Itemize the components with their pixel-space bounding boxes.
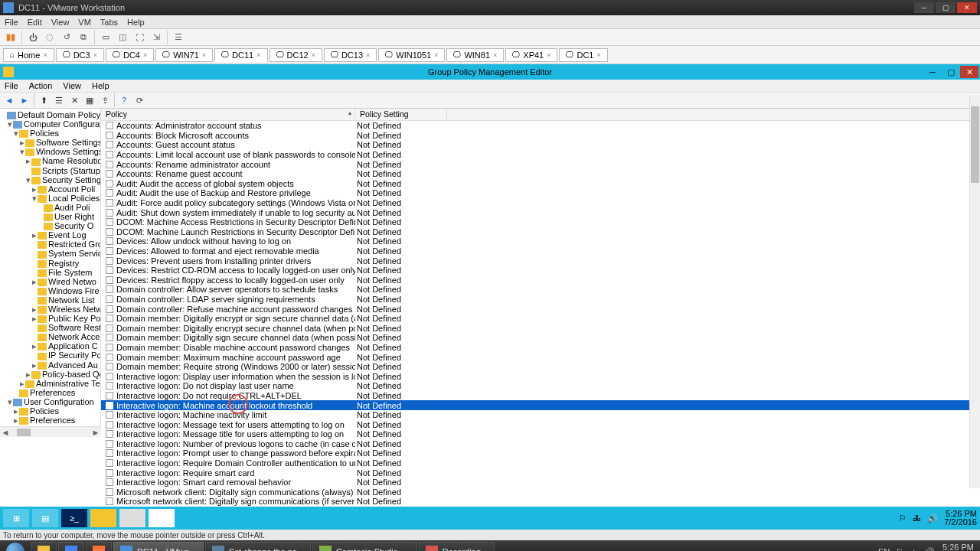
gpmc-icon[interactable] xyxy=(119,509,145,527)
gp-menu-help[interactable]: Help xyxy=(92,81,109,90)
vm-tab-dc11[interactable]: 🖵DC11× xyxy=(214,48,267,62)
tree-node[interactable]: ▾Policies xyxy=(0,129,100,138)
tree-node[interactable]: ▸Preferences xyxy=(0,416,100,425)
back-icon[interactable]: ◄ xyxy=(3,94,15,106)
expand-icon[interactable]: ▸ xyxy=(31,341,38,350)
library-icon[interactable]: ☰ xyxy=(172,31,185,44)
snapshot-mgr-icon[interactable]: ⧉ xyxy=(77,31,90,44)
up-icon[interactable]: ⬆ xyxy=(38,94,50,106)
policy-row[interactable]: Domain member: Digitally sign secure cha… xyxy=(101,333,980,343)
gp-menu-file[interactable]: File xyxy=(5,81,18,90)
policy-row[interactable]: Devices: Restrict CD-ROM access to local… xyxy=(101,266,980,276)
tree-node[interactable]: ▸Policy-based QoS xyxy=(0,370,100,379)
policy-row[interactable]: Devices: Allow undock without having to … xyxy=(101,236,980,246)
tray-flag-icon[interactable]: ⚐ xyxy=(899,514,906,523)
tab-close-icon[interactable]: × xyxy=(434,51,438,59)
vm-tab-dc12[interactable]: 🖵DC12× xyxy=(270,48,322,62)
policy-row[interactable]: DCOM: Machine Access Restrictions in Sec… xyxy=(101,217,980,227)
revert-icon[interactable]: ↺ xyxy=(60,31,73,44)
tree-node[interactable]: Preferences xyxy=(0,388,100,397)
vm-tab-xp41[interactable]: 🖵XP41× xyxy=(505,48,557,62)
policy-rows[interactable]: Accounts: Administrator account statusNo… xyxy=(101,121,980,507)
col-policy[interactable]: Policy xyxy=(101,109,355,120)
policy-row[interactable]: Interactive logon: Require Domain Contro… xyxy=(101,458,980,468)
tree-node[interactable]: ▾Windows Settings xyxy=(0,147,100,156)
tree-node[interactable]: Default Domain Policy [DC11.F xyxy=(0,110,100,119)
tab-close-icon[interactable]: × xyxy=(256,51,260,59)
expand-icon[interactable]: ▸ xyxy=(24,156,31,165)
policy-row[interactable]: Interactive logon: Message text for user… xyxy=(101,419,980,429)
start-button[interactable]: ⊞ xyxy=(3,509,29,527)
tree-node[interactable]: ▸Wired Netwo xyxy=(0,277,100,286)
taskbar-item[interactable]: Camtasia Studio -... xyxy=(312,542,417,551)
tab-close-icon[interactable]: × xyxy=(312,51,315,59)
expand-icon[interactable]: ▸ xyxy=(31,277,38,286)
expand-icon[interactable]: ▸ xyxy=(31,360,38,370)
policy-row[interactable]: Domain member: Maximum machine account p… xyxy=(101,352,980,362)
vm-tab-home[interactable]: ⌂Home× xyxy=(3,48,54,62)
vm-tab-win71[interactable]: 🖵WIN71× xyxy=(155,48,213,62)
policy-row[interactable]: Accounts: Administrator account statusNo… xyxy=(101,121,980,131)
policy-row[interactable]: Devices: Restrict floppy access to local… xyxy=(101,276,980,285)
taskbar-item[interactable]: Set change the pa... xyxy=(205,542,311,551)
expand-icon[interactable]: ▸ xyxy=(12,416,19,425)
policy-row[interactable]: Interactive logon: Smart card removal be… xyxy=(101,478,980,487)
policy-row[interactable]: Interactive logon: Machine inactivity li… xyxy=(101,410,980,420)
pause-icon[interactable]: ▮▮ xyxy=(5,31,17,44)
tree-node[interactable]: Network Acce xyxy=(0,332,100,341)
expand-icon[interactable]: ▸ xyxy=(31,230,38,240)
expand-icon[interactable]: ▾ xyxy=(12,129,19,138)
tab-close-icon[interactable]: × xyxy=(547,51,550,59)
tree-node[interactable]: Windows Fire xyxy=(0,286,100,295)
tab-close-icon[interactable]: × xyxy=(493,51,497,59)
taskbar-item[interactable]: Recording... xyxy=(419,542,495,551)
server-manager-icon[interactable]: ▤ xyxy=(32,509,58,527)
tab-close-icon[interactable]: × xyxy=(597,51,601,59)
tree-node[interactable]: ▾Local Policies xyxy=(0,194,100,203)
gp-menu-view[interactable]: View xyxy=(63,81,81,90)
tab-close-icon[interactable]: × xyxy=(93,51,97,59)
stretch-icon[interactable]: ⇲ xyxy=(150,31,162,44)
vmware-minimize[interactable]: ─ xyxy=(914,2,934,13)
host-tray-volume-icon[interactable]: 🔊 xyxy=(924,547,935,552)
host-tray-network-icon[interactable]: ▲ xyxy=(910,547,918,551)
policy-row[interactable]: Interactive logon: Require smart cardNot… xyxy=(101,468,980,478)
gp-minimize[interactable]: ─ xyxy=(923,66,942,78)
tree-node[interactable]: ▾Computer Configuration xyxy=(0,119,100,129)
policy-row[interactable]: Audit: Force audit policy subcategory se… xyxy=(101,198,980,208)
expand-icon[interactable]: ▸ xyxy=(18,379,25,388)
tree-hscroll[interactable]: ◄ ► xyxy=(0,426,101,437)
tree-node[interactable]: Software Rest xyxy=(0,323,100,332)
vmw-menu-tabs[interactable]: Tabs xyxy=(100,18,118,27)
policy-row[interactable]: Audit: Audit the use of Backup and Resto… xyxy=(101,188,980,198)
vmware-maximize[interactable]: ▢ xyxy=(936,2,956,13)
vm-tab-win1051[interactable]: 🖵WIN1051× xyxy=(378,48,445,62)
tree-node[interactable]: ▾Security Settings xyxy=(0,175,100,184)
tree-node[interactable]: IP Security Po xyxy=(0,350,100,360)
tree-node[interactable]: User Right xyxy=(0,212,100,221)
vm-tab-dc13[interactable]: 🖵DC13× xyxy=(324,48,377,62)
vmw-menu-view[interactable]: View xyxy=(51,18,70,27)
gp-maximize[interactable]: ▢ xyxy=(942,66,960,78)
policy-row[interactable]: Domain controller: Refuse machine accoun… xyxy=(101,304,980,314)
expand-icon[interactable]: ▸ xyxy=(31,184,38,194)
unity-icon[interactable]: ◫ xyxy=(116,31,129,44)
policy-row[interactable]: Domain controller: Allow server operator… xyxy=(101,285,980,295)
policy-row[interactable]: Audit: Audit the access of global system… xyxy=(101,179,980,189)
tree-node[interactable]: System Servic xyxy=(0,249,100,258)
tree-node[interactable]: ▸Account Poli xyxy=(0,184,100,194)
gp-tree[interactable]: Default Domain Policy [DC11.F▾Computer C… xyxy=(0,109,101,426)
policy-row[interactable]: Interactive logon: Machine account locko… xyxy=(101,400,980,410)
policy-row[interactable]: Devices: Prevent users from installing p… xyxy=(101,256,980,266)
policy-row[interactable]: Interactive logon: Message title for use… xyxy=(101,429,980,439)
taskbar-item[interactable] xyxy=(86,542,112,551)
policy-row[interactable]: Interactive logon: Number of previous lo… xyxy=(101,439,980,449)
tree-node[interactable]: Registry xyxy=(0,259,100,268)
tree-node[interactable]: ▾User Configuration xyxy=(0,397,100,406)
policy-row[interactable]: Accounts: Rename guest accountNot Define… xyxy=(101,169,980,179)
tree-node[interactable]: ▸Administrative Temp xyxy=(0,379,100,388)
gp-close[interactable]: ✕ xyxy=(960,66,978,78)
tree-node[interactable]: Restricted Gro xyxy=(0,240,100,249)
policy-row[interactable]: Domain member: Digitally encrypt secure … xyxy=(101,323,980,333)
explorer-icon[interactable] xyxy=(90,509,116,527)
